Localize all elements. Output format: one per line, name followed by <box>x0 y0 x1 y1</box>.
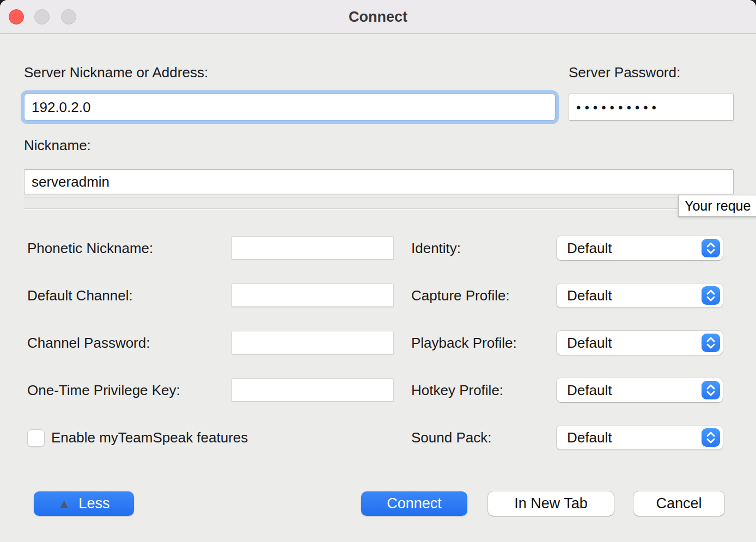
window-title: Connect <box>0 0 756 34</box>
one-time-privilege-key-input[interactable] <box>231 378 394 402</box>
enable-myteamspeak-label: Enable myTeamSpeak features <box>51 429 248 446</box>
default-channel-input[interactable] <box>231 284 394 307</box>
server-address-label: Server Nickname or Address: <box>24 64 208 81</box>
identity-label: Identity: <box>411 240 461 257</box>
phonetic-nickname-label: Phonetic Nickname: <box>27 240 153 257</box>
hotkey-profile-dropdown[interactable]: Default <box>557 378 723 402</box>
chevron-up-down-icon <box>702 286 720 305</box>
channel-password-input[interactable] <box>231 331 394 354</box>
server-address-input[interactable] <box>24 94 556 121</box>
sound-pack-label: Sound Pack: <box>411 429 491 446</box>
nickname-input[interactable] <box>24 169 734 194</box>
playback-profile-label: Playback Profile: <box>411 335 517 352</box>
connect-button[interactable]: Connect <box>361 491 467 516</box>
nickname-label: Nickname: <box>24 137 91 154</box>
sound-pack-dropdown[interactable]: Default <box>557 426 723 449</box>
phonetic-nickname-input[interactable] <box>231 236 394 260</box>
capture-profile-value: Default <box>567 284 612 307</box>
chevron-up-down-icon <box>702 239 720 257</box>
one-time-privilege-key-label: One-Time Privilege Key: <box>27 382 180 399</box>
hotkey-profile-label: Hotkey Profile: <box>411 382 503 399</box>
titlebar: Connect <box>0 0 756 34</box>
cancel-button-label: Cancel <box>656 495 702 512</box>
connect-button-label: Connect <box>387 495 442 512</box>
section-divider <box>24 197 734 209</box>
capture-profile-label: Capture Profile: <box>411 287 510 304</box>
server-password-input[interactable] <box>569 94 734 121</box>
in-new-tab-button-label: In New Tab <box>514 495 588 512</box>
channel-password-label: Channel Password: <box>27 335 150 352</box>
identity-dropdown[interactable]: Default <box>557 236 723 260</box>
less-button-label: Less <box>78 495 109 512</box>
enable-myteamspeak-checkbox[interactable] <box>27 429 45 447</box>
connect-dialog: Connect Server Nickname or Address: Serv… <box>0 0 756 542</box>
hotkey-profile-value: Default <box>567 378 612 402</box>
server-password-label: Server Password: <box>569 64 680 81</box>
chevron-up-down-icon <box>702 334 720 352</box>
default-channel-label: Default Channel: <box>27 287 133 304</box>
cancel-button[interactable]: Cancel <box>633 491 724 516</box>
in-new-tab-button[interactable]: In New Tab <box>488 491 614 516</box>
chevron-up-down-icon <box>702 381 720 399</box>
triangle-up-icon: ▲ <box>58 497 71 510</box>
tooltip: Your reque <box>678 195 756 217</box>
chevron-up-down-icon <box>702 428 720 447</box>
identity-value: Default <box>567 236 612 260</box>
playback-profile-dropdown[interactable]: Default <box>557 331 723 355</box>
playback-profile-value: Default <box>567 331 612 355</box>
less-button[interactable]: ▲ Less <box>34 491 134 516</box>
capture-profile-dropdown[interactable]: Default <box>557 284 723 307</box>
sound-pack-value: Default <box>567 426 612 449</box>
